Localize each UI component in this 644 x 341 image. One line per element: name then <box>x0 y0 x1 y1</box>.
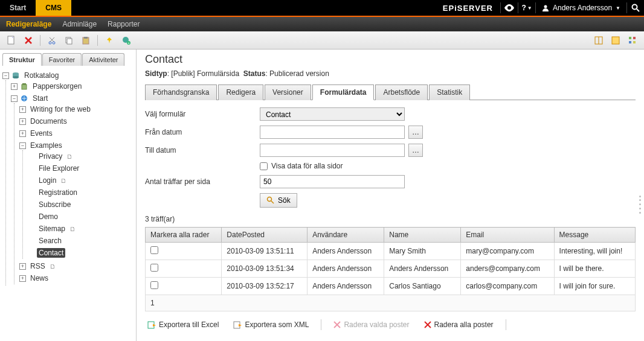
from-date-input[interactable] <box>260 126 405 139</box>
tree-registration[interactable]: Registration <box>28 188 134 197</box>
tab-cms[interactable]: CMS <box>36 0 71 16</box>
collapse-icon[interactable]: − <box>2 72 9 79</box>
cell: I will be there. <box>554 260 635 278</box>
tab-edit[interactable]: Redigera <box>218 84 263 100</box>
pin-icon[interactable] <box>103 34 116 47</box>
results-table: Markera alla rader DatePosted Användare … <box>145 227 636 311</box>
paste-icon[interactable] <box>79 34 92 47</box>
from-date-picker[interactable]: … <box>408 126 423 139</box>
tree-label: Login <box>37 176 58 185</box>
search-button[interactable]: Sök <box>260 193 297 208</box>
expand-icon[interactable]: + <box>19 106 26 113</box>
row-checkbox[interactable] <box>150 264 158 272</box>
export-excel-button[interactable]: Exportera till Excel <box>145 319 221 331</box>
tree-fileexplorer[interactable]: File Explorer <box>28 164 134 173</box>
row-checkbox[interactable] <box>150 246 158 254</box>
svg-rect-28 <box>22 83 26 84</box>
allpages-checkbox[interactable] <box>260 162 268 170</box>
row-checkbox[interactable] <box>150 281 158 289</box>
panel-icon-2[interactable] <box>609 34 622 47</box>
col-date: DatePosted <box>222 228 308 243</box>
col-name: Name <box>384 228 461 243</box>
perpage-label: Antal träffar per sida <box>145 177 260 186</box>
table-footer: 1 <box>146 295 636 311</box>
tree-login[interactable]: Login🗋 <box>28 176 134 185</box>
tab-stats[interactable]: Statistik <box>429 84 470 100</box>
panel-icon-1[interactable] <box>592 34 605 47</box>
tree-writing[interactable]: +Writing for the web <box>19 104 134 114</box>
tree-sitemap[interactable]: Sitemap🗋 <box>28 224 134 234</box>
tab-workflow[interactable]: Arbetsflöde <box>375 84 428 100</box>
panel-icon-3[interactable] <box>626 34 639 47</box>
eye-icon[interactable] <box>501 0 518 16</box>
tab-formdata[interactable]: Formulärdata <box>312 84 375 100</box>
svg-rect-11 <box>67 39 72 44</box>
expand-icon[interactable]: + <box>11 83 18 90</box>
excel-icon <box>147 320 156 329</box>
tree-demo[interactable]: Demo <box>28 212 134 221</box>
tree-contact[interactable]: Contact <box>28 248 134 258</box>
xml-icon <box>233 320 242 329</box>
to-date-input[interactable] <box>260 144 405 157</box>
tab-start[interactable]: Start <box>0 0 36 16</box>
user-menu[interactable]: Anders Andersson ▼ <box>536 0 626 16</box>
expand-icon[interactable]: + <box>19 275 26 282</box>
from-date-label: Från datum <box>145 128 260 136</box>
cut-icon[interactable] <box>45 34 59 47</box>
expand-icon[interactable]: + <box>19 263 26 270</box>
svg-point-6 <box>49 42 51 44</box>
collapse-icon[interactable]: − <box>11 95 18 102</box>
sidetab-favoriter[interactable]: Favoriter <box>42 53 82 66</box>
tree-examples[interactable]: −Examples <box>19 141 134 150</box>
collapse-icon[interactable]: − <box>19 142 26 149</box>
to-date-picker[interactable]: … <box>408 144 423 157</box>
cell: Interesting, will join! <box>554 243 635 260</box>
expand-icon[interactable]: + <box>19 118 26 125</box>
delete-icon[interactable] <box>22 34 35 47</box>
select-form[interactable]: Contact <box>260 107 405 121</box>
tree-subscribe[interactable]: Subscribe <box>28 200 134 209</box>
user-name: Anders Andersson <box>553 4 612 12</box>
tree-label: RSS <box>28 261 47 271</box>
resize-grip[interactable] <box>639 196 643 214</box>
tree-rss[interactable]: +RSS🗋 <box>19 261 134 271</box>
tree-label: Subscribe <box>37 200 72 209</box>
tree-root[interactable]: − Rotkatalog <box>2 71 134 80</box>
tree-label: Documents <box>28 116 69 126</box>
tree-start[interactable]: − Start <box>11 94 134 103</box>
allpages-label: Visa data för alla sidor <box>271 162 343 170</box>
export-xml-button[interactable]: Exportera som XML <box>231 319 311 331</box>
tree-privacy[interactable]: Privacy🗋 <box>28 151 134 161</box>
help-icon[interactable]: ? ▼ <box>518 0 535 16</box>
tree-news[interactable]: +News <box>19 273 134 283</box>
globe-plus-icon[interactable]: + <box>120 34 133 47</box>
expand-icon[interactable]: + <box>19 130 26 137</box>
search-icon[interactable] <box>627 0 644 16</box>
new-page-icon[interactable] <box>5 34 18 47</box>
tree-trash[interactable]: + Papperskorgen <box>11 81 134 91</box>
sidetab-aktiviteter[interactable]: Aktiviteter <box>82 53 124 66</box>
tree-events[interactable]: +Events <box>19 129 134 138</box>
ribbon-admin[interactable]: Adminläge <box>62 20 97 28</box>
tree-documents[interactable]: +Documents <box>19 116 134 126</box>
page-icon: 🗋 <box>69 226 76 232</box>
sidetab-struktur[interactable]: Struktur <box>2 53 42 66</box>
tree-search[interactable]: Search <box>28 236 134 246</box>
page-number: 1 <box>146 295 636 311</box>
page-icon: 🗋 <box>66 153 72 160</box>
trash-icon <box>20 82 28 91</box>
cell: I will join for sure. <box>554 278 635 295</box>
cell: Anders Andersson <box>308 278 384 295</box>
copy-icon[interactable] <box>62 34 76 47</box>
delete-all-button[interactable]: Radera alla poster <box>422 319 496 331</box>
tab-preview[interactable]: Förhandsgranska <box>145 84 217 100</box>
tab-versions[interactable]: Versioner <box>265 84 311 100</box>
action-label: Radera alla poster <box>434 320 494 329</box>
delete-icon <box>333 321 341 328</box>
perpage-input[interactable] <box>260 175 405 188</box>
col-message: Message <box>554 228 635 243</box>
ribbon-edit[interactable]: Redigeraläge <box>6 20 51 28</box>
svg-line-8 <box>50 37 54 42</box>
delete-selected-button: Radera valda poster <box>331 319 411 331</box>
ribbon-reports[interactable]: Rapporter <box>108 20 140 28</box>
